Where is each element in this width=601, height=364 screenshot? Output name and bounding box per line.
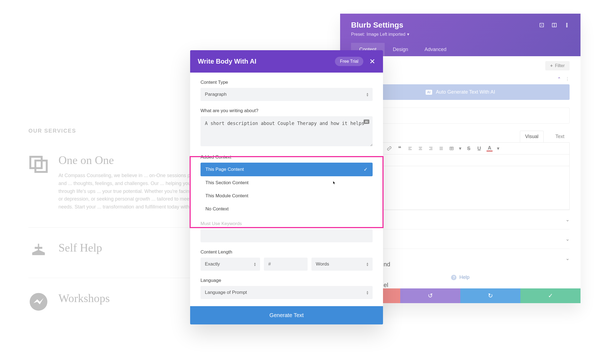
settings-title: Blurb Settings — [351, 21, 403, 29]
content-length-label: Content Length — [201, 249, 373, 255]
content-type-label: Content Type — [201, 80, 373, 85]
link-icon[interactable] — [386, 145, 392, 151]
ai-modal-body: Content Type Paragraph ▴▾ What are you w… — [190, 73, 383, 299]
quote-icon[interactable]: ❝ — [397, 145, 403, 151]
section-more-icon[interactable]: ⋮ — [565, 76, 570, 82]
context-option-module[interactable]: This Module Content — [201, 189, 373, 202]
messenger-icon — [28, 292, 49, 312]
preset-value: Image Left imported — [367, 32, 405, 37]
text-color-icon[interactable]: A — [487, 145, 493, 151]
svg-point-9 — [566, 26, 567, 27]
svg-point-4 — [541, 25, 542, 25]
undo-icon: ↺ — [428, 292, 433, 299]
redo-button[interactable]: ↻ — [460, 288, 520, 303]
confirm-button[interactable]: ✓ — [520, 288, 581, 303]
prompt-label: What are you writing about? — [201, 108, 373, 114]
settings-header: Blurb Settings Preset: Image Left import… — [340, 14, 581, 56]
language-select[interactable]: Language of Prompt — [201, 286, 373, 299]
columns-icon[interactable] — [552, 22, 557, 28]
keywords-input[interactable] — [201, 229, 373, 242]
chevron-down-icon[interactable]: ▾ — [459, 145, 461, 151]
ai-badge-icon: AI — [364, 120, 369, 124]
svg-point-7 — [566, 23, 567, 24]
chevron-down-icon: ⌄ — [565, 236, 570, 242]
strikethrough-icon[interactable]: S — [466, 145, 472, 151]
editor-toolbar-row2 — [351, 154, 570, 166]
ai-badge-icon: AI — [426, 90, 432, 95]
settings-tabs: Content Design Advanced — [351, 43, 570, 56]
help-label: Help — [459, 275, 469, 280]
check-icon: ✓ — [548, 292, 553, 299]
tab-advanced[interactable]: Advanced — [416, 43, 455, 56]
auto-generate-button[interactable]: AI Auto Generate Text With AI — [351, 84, 570, 100]
title-input[interactable] — [351, 108, 570, 124]
service-title: Workshops — [58, 292, 110, 305]
ai-modal-title: Write Body With AI — [198, 58, 256, 65]
length-mode-select[interactable]: Exactly — [201, 258, 260, 271]
auto-generate-label: Auto Generate Text With AI — [436, 89, 495, 95]
length-number-input[interactable] — [264, 258, 308, 271]
preset-prefix: Preset: — [351, 32, 365, 37]
content-type-select[interactable]: Paragraph — [201, 88, 373, 101]
check-icon: ✓ — [364, 166, 368, 172]
context-option-none[interactable]: No Context — [201, 202, 373, 216]
editor-tab-text[interactable]: Text — [550, 131, 570, 142]
chevron-down-icon: ⌄ — [565, 217, 570, 223]
collapsed-section-background[interactable]: ...nd ⌄ — [351, 229, 570, 249]
context-option-page[interactable]: This Page Content ✓ — [201, 163, 373, 176]
added-context-group: Added Context This Page Content ✓ This S… — [201, 154, 373, 216]
crop-icon — [28, 154, 49, 174]
svg-point-8 — [566, 25, 567, 25]
expand-icon[interactable] — [539, 22, 544, 28]
context-option-label: This Module Content — [205, 193, 248, 199]
chevron-down-icon: ⌄ — [565, 255, 570, 261]
length-unit-select[interactable]: Words — [311, 258, 373, 271]
editor-toolbar: ❝ ▾ S U A ▾ — [351, 142, 570, 154]
close-icon: ✕ — [369, 57, 375, 65]
tab-design[interactable]: Design — [385, 43, 416, 56]
preset-selector[interactable]: Preset: Image Left imported ▾ — [351, 32, 570, 37]
table-icon[interactable] — [449, 145, 455, 151]
chevron-down-icon[interactable]: ▾ — [497, 145, 499, 151]
align-left-icon[interactable] — [407, 145, 413, 151]
editor-tab-visual[interactable]: Visual — [520, 131, 544, 142]
collapse-icon[interactable]: ⌃ — [557, 76, 561, 82]
context-option-label: This Page Content — [205, 167, 244, 172]
service-title: Self Help — [58, 241, 102, 254]
context-option-section[interactable]: This Section Content — [201, 176, 373, 189]
prompt-textarea[interactable] — [201, 116, 373, 146]
underline-icon[interactable]: U — [476, 145, 482, 151]
more-vertical-icon[interactable] — [564, 22, 570, 28]
language-label: Language — [201, 278, 373, 283]
plus-icon: + — [550, 63, 553, 68]
undo-button[interactable]: ↺ — [400, 288, 460, 303]
added-context-dropdown[interactable]: This Page Content ✓ This Section Content… — [201, 163, 373, 216]
peek-background-label: nd — [384, 261, 390, 268]
align-center-icon[interactable] — [417, 145, 423, 151]
keywords-label: Must Use Keywords — [201, 221, 373, 226]
editor-textarea[interactable] — [351, 166, 570, 210]
align-justify-icon[interactable] — [438, 145, 444, 151]
help-icon: ? — [451, 275, 456, 280]
collapsed-section[interactable]: ... ⌄ — [351, 210, 570, 229]
close-modal-button[interactable]: ✕ — [369, 58, 375, 65]
generate-text-button[interactable]: Generate Text — [190, 306, 383, 324]
ai-modal-header: Write Body With AI Free Trial ✕ — [190, 50, 383, 73]
peek-admin-label: el — [384, 282, 388, 289]
redo-icon: ↻ — [488, 292, 493, 299]
hand-heart-icon — [28, 241, 49, 261]
context-option-label: No Context — [205, 206, 229, 212]
align-right-icon[interactable] — [428, 145, 434, 151]
filter-button[interactable]: + Filter — [545, 61, 570, 70]
filter-label: Filter — [555, 63, 565, 68]
write-body-ai-modal: Write Body With AI Free Trial ✕ Content … — [190, 50, 383, 324]
added-context-label: Added Context — [201, 154, 373, 160]
chevron-down-icon: ▾ — [407, 32, 409, 37]
free-trial-pill[interactable]: Free Trial — [335, 57, 363, 66]
context-option-label: This Section Content — [205, 180, 249, 186]
